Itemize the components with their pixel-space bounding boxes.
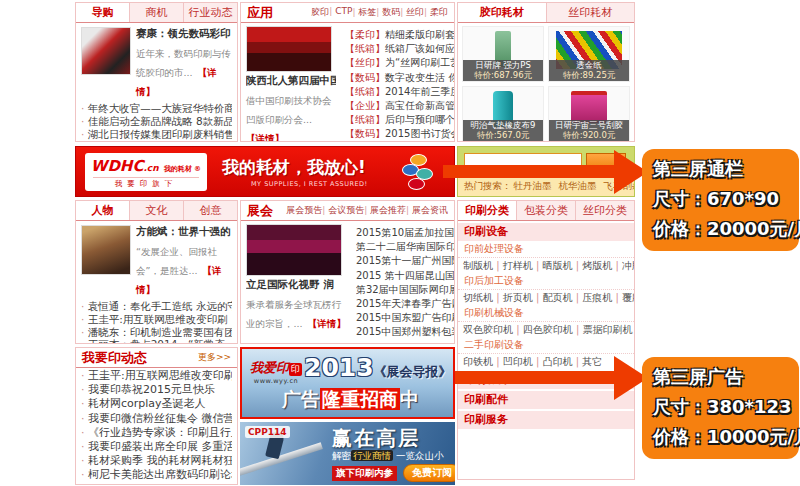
category-link[interactable]: 烤版机 — [572, 260, 612, 271]
tab-culture[interactable]: 文化 — [130, 201, 184, 220]
category-link[interactable]: 票据印刷机 — [573, 324, 633, 335]
category-header-equipment[interactable]: 印刷设备 — [458, 223, 634, 241]
category-link[interactable]: 晒版机 — [533, 260, 573, 271]
news-item[interactable]: 王圭平:用互联网思维改变印刷 — [81, 313, 232, 326]
category-header-services[interactable]: 印刷服务 — [458, 411, 634, 429]
category-tag[interactable]: 数码 — [345, 128, 385, 139]
category-tag[interactable]: 纸箱 — [345, 86, 385, 97]
category-link[interactable]: 名片机 — [632, 324, 635, 335]
news-item[interactable]: 纸箱后印与预印哪个强：三种 — [345, 113, 455, 127]
category-link[interactable]: 覆膜机 — [612, 292, 635, 303]
hot-keyword-link[interactable]: 牡丹油墨 — [514, 180, 552, 191]
featured-title[interactable]: 立足国际化视野 润 — [246, 278, 346, 292]
tab-creative[interactable]: 创意 — [184, 201, 237, 220]
news-item[interactable]: 年终大收官——大族冠华特价商品 — [81, 102, 232, 115]
news-item[interactable]: 我要印盛装出席全印展 多重活动 — [81, 440, 232, 454]
product-card[interactable]: 日研宇宙三号刮胶 特价:920.0元 — [548, 86, 630, 142]
news-item[interactable]: 潘晓东：印机制造业需要国有团队 — [81, 326, 232, 339]
tab-guide[interactable]: 导购 — [76, 3, 130, 22]
category-link[interactable]: 凹印机 — [493, 356, 533, 367]
news-item[interactable]: 2015第十一届广州国际包装制品展 — [356, 254, 455, 268]
featured-title[interactable]: 赛康：领先数码彩印 — [136, 27, 232, 41]
category-header-parts[interactable]: 印刷配件 — [458, 391, 634, 409]
category-link[interactable]: 凸印机 — [533, 356, 573, 367]
category-link[interactable]: 冲版机 — [612, 260, 635, 271]
wdhc-banner-ad[interactable]: WDHC.cn 我的耗材 ® 我要印旗下 我的耗材，我放心! MY SUPPLI… — [75, 146, 455, 197]
event-photo[interactable] — [246, 26, 332, 72]
exhibition-photo[interactable] — [246, 224, 342, 276]
news-item[interactable]: 耗材网corplay圣诞老人 — [81, 397, 232, 411]
news-item[interactable]: 数码数字改变生活 你必须知 — [345, 71, 455, 85]
nav-link[interactable]: 数码 — [376, 6, 400, 19]
news-item[interactable]: 第32届中国国际网印展 — [356, 283, 455, 297]
category-link[interactable]: 折页机 — [493, 292, 533, 303]
news-item[interactable]: 王丽杰：盘点2014，“新常态 — [81, 338, 232, 344]
featured-title[interactable]: 陕西北人第四届中国 — [246, 74, 336, 88]
category-link[interactable]: 其它 — [572, 356, 602, 367]
nav-link[interactable]: 胶印 — [311, 6, 329, 19]
nav-link[interactable]: 标签 — [352, 6, 376, 19]
tab-packaging-categories[interactable]: 包装分类 — [517, 201, 576, 220]
tab-industry-news[interactable]: 行业动态 — [184, 3, 237, 22]
category-tag[interactable]: 数码 — [345, 72, 385, 83]
tab-people[interactable]: 人物 — [76, 201, 130, 220]
tab-screen-supplies[interactable]: 丝印耗材 — [547, 3, 635, 22]
hot-keyword-link[interactable]: 杭华油墨 — [559, 180, 597, 191]
category-link[interactable]: 制版机 — [463, 260, 493, 271]
category-link[interactable]: 印铁机 — [463, 356, 493, 367]
news-item[interactable]: 《行业趋势专家谈：印刷且行且珍 — [81, 426, 232, 440]
category-sub-machinery[interactable]: 印刷机械设备 — [458, 305, 634, 322]
news-item[interactable]: 纸箱2014年前三季度74 — [345, 85, 455, 99]
tab-business[interactable]: 商机 — [130, 3, 184, 22]
detail-link[interactable]: 【详情】 — [308, 318, 346, 329]
news-item[interactable]: 2015第10届孟加拉国际印刷及包 — [356, 226, 455, 240]
category-tag[interactable]: 纸箱 — [345, 43, 385, 54]
news-item[interactable]: 耗材采购季 我的耗材网耗材狂欢 — [81, 454, 232, 468]
featured-title[interactable]: 方能斌：世界十强的 — [136, 225, 232, 239]
detail-link[interactable]: 【详情】 — [246, 133, 284, 142]
category-link[interactable]: 四色胶印机 — [513, 324, 573, 335]
news-item[interactable]: 海贸集团总裁签售会颠覆行业传统 — [81, 141, 232, 142]
category-link[interactable]: 打样机 — [493, 260, 533, 271]
product-card[interactable]: 明治气垫橡皮布9 特价:567.0元 — [462, 86, 544, 142]
news-item[interactable]: 数码2015图书订货会沙龙 — [345, 127, 455, 141]
exhibition-tab[interactable]: 展会预告 — [286, 204, 322, 217]
category-sub-prepress[interactable]: 印前处理设备 — [458, 241, 634, 258]
news-item[interactable]: 柔印精细柔版印刷套印和贴印 — [345, 28, 455, 42]
more-link[interactable]: 更多>> — [198, 351, 231, 364]
news-item[interactable]: 丝印为“丝网印刷工艺退出” — [345, 56, 455, 70]
news-item[interactable]: 企业高宝任命新高管，强化大 — [345, 99, 455, 113]
news-item[interactable]: 2015年天津春季广告四新与传媒博 — [356, 297, 455, 311]
news-item[interactable]: 我要印微信粉丝征集令 微信营销 — [81, 412, 232, 426]
category-link[interactable]: 配页机 — [533, 292, 573, 303]
category-tag[interactable]: 丝印 — [345, 57, 385, 68]
exhibition-tab[interactable]: 展会推荐 — [364, 204, 406, 217]
category-tag[interactable]: 企业 — [345, 100, 385, 111]
category-link[interactable]: 双色胶印机 — [463, 324, 513, 335]
subscribe-button[interactable]: 免费订阅 — [403, 464, 455, 482]
cpp114-ad[interactable]: CPP114 赢在高层 解密行业商情 一览众山小 旗下印刷内参 免费订阅 — [240, 422, 455, 485]
news-item[interactable]: 2015 第十四届昆山国际印刷包装 — [356, 269, 455, 283]
news-item[interactable]: 纸箱纸箱厂该如何应对旺季生 — [345, 42, 455, 56]
category-link[interactable]: 切纸机 — [463, 292, 493, 303]
tab-screen-categories[interactable]: 丝印分类 — [576, 201, 634, 220]
news-item[interactable]: 柯尼卡美能达出席数码印刷论坛 — [81, 468, 232, 482]
product-card[interactable]: 透金纸 特价:89.25元 — [548, 26, 630, 82]
news-item[interactable]: 袁恒通：奉化手工造纸 永远的守 — [81, 300, 232, 313]
news-item[interactable]: 2015中国东盟广告印刷造纸工业( — [356, 311, 455, 325]
expo-guide-ad[interactable]: 我爱印印 www.wyy.cn 2013《展会导报》 广告隆重招商中 — [240, 347, 455, 419]
tab-print-categories[interactable]: 印刷分类 — [458, 201, 517, 220]
news-item[interactable]: 第二十二届华南国际印刷工业展览会 — [356, 240, 455, 254]
tab-offset-supplies[interactable]: 胶印耗材 — [458, 3, 547, 22]
category-tag[interactable]: 纸箱 — [345, 114, 385, 125]
printer-photo[interactable] — [81, 27, 131, 75]
news-item[interactable]: 2015中国郑州塑料包装印刷工业展 — [356, 325, 455, 339]
nav-link[interactable]: CTP — [329, 6, 352, 19]
news-item[interactable]: 佳能启动全新品牌战略 8款新品 — [81, 115, 232, 128]
category-sub-postpress[interactable]: 印后加工设备 — [458, 273, 634, 290]
nav-link[interactable]: 丝印 — [400, 6, 424, 19]
category-sub-secondhand[interactable]: 二手印刷设备 — [458, 337, 634, 354]
product-card[interactable]: 日研牌 强力PS 特价:687.96元 — [462, 26, 544, 82]
exhibition-tab[interactable]: 展会资讯 — [406, 204, 448, 217]
category-link[interactable]: 压痕机 — [572, 292, 612, 303]
